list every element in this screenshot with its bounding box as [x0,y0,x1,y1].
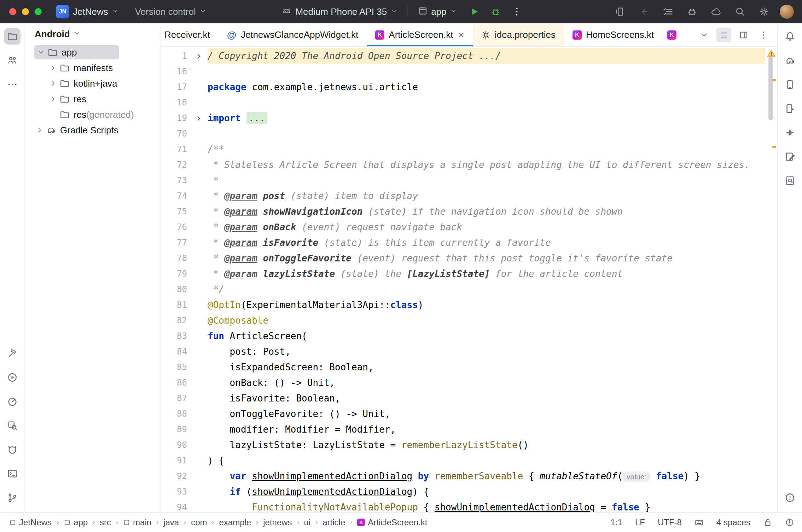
readonly-toggle-icon[interactable] [763,518,772,527]
code-line[interactable]: 87 isFavorite: Boolean, [161,391,765,406]
chevron-right-icon[interactable] [34,126,45,134]
settings-icon[interactable] [757,4,772,19]
code-line[interactable]: 80 */ [161,282,765,297]
editor[interactable]: 1›/ Copyright 2020 The Android Open Sour… [161,47,777,512]
chevron-right-icon[interactable] [47,95,59,103]
terminal-icon[interactable] [4,466,21,482]
breadcrumb-item-jetnews[interactable]: jetnews [263,517,292,527]
chevron-right-icon[interactable] [47,64,59,72]
tree-item-Gradle Scripts[interactable]: Gradle Scripts [25,122,161,138]
breadcrumb-item-ui[interactable]: ui [304,517,311,527]
zoom-window-button[interactable] [35,8,42,15]
debug-button[interactable] [488,4,503,19]
file-encoding[interactable]: UTF-8 [658,517,682,527]
code-line[interactable]: 17package com.example.jetnews.ui.article [161,79,765,95]
code-line[interactable]: 94 FunctionalityNotAvailablePopup { show… [161,499,765,512]
logcat-icon[interactable] [4,441,21,458]
problems-icon[interactable] [782,490,798,506]
todo-list-icon[interactable] [661,4,675,19]
project-menu[interactable]: JN JetNews [52,3,122,21]
running-devices-icon[interactable] [782,100,798,117]
close-window-button[interactable] [9,8,16,15]
avatar[interactable] [779,4,794,19]
code-line[interactable]: 81@OptIn(ExperimentalMaterial3Api::class… [161,297,765,313]
tree-item-manifests[interactable]: manifests [25,60,161,76]
breadcrumb-item-main[interactable]: main [123,517,151,527]
breadcrumb-item-JetNews[interactable]: JetNews [9,517,52,527]
scrollbar-thumb[interactable] [768,57,773,120]
gradle-icon[interactable] [782,52,798,69]
close-tab-icon[interactable]: × [458,30,464,40]
tab-JetnewsGlanceAppWidget.kt[interactable]: @JetnewsGlanceAppWidget.kt [219,23,367,46]
code-line[interactable]: 72 * Stateless Article Screen that displ… [161,157,765,173]
tab-idea.properties[interactable]: idea.properties [473,23,564,46]
code-line[interactable]: 88 onToggleFavorite: () -> Unit, [161,406,765,422]
app-inspection-icon[interactable] [4,417,21,434]
code-line[interactable]: 71/** [161,141,765,157]
tree-item-res[interactable]: res [25,91,161,107]
build-icon[interactable] [4,345,21,362]
notifications-icon[interactable] [782,28,798,45]
back-navigation-icon[interactable] [637,4,651,19]
line-separator[interactable]: LF [635,517,645,527]
code-line[interactable]: 16 [161,64,765,79]
analysis-mark[interactable] [772,146,776,148]
split-editor-icon[interactable] [736,28,751,42]
fold-marker-icon[interactable]: › [190,110,208,126]
code-line[interactable]: 18 [161,95,765,110]
indent-config[interactable]: 4 spaces [716,517,750,527]
error-stripe[interactable] [765,47,777,512]
tab-HomeScreens.kt[interactable]: KHomeScreens.kt [564,23,662,46]
code-line[interactable]: 85 isExpandedScreen: Boolean, [161,359,765,375]
breadcrumb-item-java[interactable]: java [163,517,179,527]
tree-item-kotlin+java[interactable]: kotlin+java [25,76,161,91]
run-tool-icon[interactable] [4,369,21,386]
device-streaming-icon[interactable] [612,4,627,19]
tab-ArticleScreen.kt[interactable]: KArticleScreen.kt× [367,23,473,46]
hidden-tabs-icon[interactable] [697,28,711,42]
find-icon[interactable] [782,173,798,189]
device-manager-icon[interactable] [782,76,798,93]
device-selector[interactable]: Medium Phone API 35 [278,4,401,20]
code-area[interactable]: 1›/ Copyright 2020 The Android Open Sour… [161,47,765,512]
pull-requests-icon[interactable] [4,52,21,69]
bug-report-icon[interactable] [685,4,699,19]
breadcrumb-item-ArticleScreen.kt[interactable]: KArticleScreen.kt [357,517,427,527]
code-line[interactable]: 83fun ArticleScreen( [161,328,765,344]
gemini-icon[interactable] [782,125,798,141]
code-line[interactable]: 84 post: Post, [161,344,765,359]
fold-marker-icon[interactable]: › [190,48,208,64]
chevron-right-icon[interactable] [47,80,59,87]
run-configuration-selector[interactable]: app [414,4,460,19]
project-view-selector[interactable]: Android [25,23,161,45]
version-control-icon[interactable] [4,490,21,506]
code-line[interactable]: 86 onBack: () -> Unit, [161,375,765,391]
breadcrumb-item-article[interactable]: article [322,517,345,527]
breadcrumb-item-src[interactable]: src [100,517,111,527]
tab-Receiver.kt[interactable]: Receiver.kt [161,23,219,46]
code-line[interactable]: 76 * @param onBack (event) request navig… [161,219,765,235]
code-line[interactable]: 82@Composable [161,313,765,328]
code-line[interactable]: 74 * @param post (state) item to display [161,188,765,204]
breadcrumb-item-app[interactable]: app [64,517,88,527]
more-run-actions-icon[interactable] [510,4,524,19]
breadcrumb-item-example[interactable]: example [219,517,251,527]
code-line[interactable]: 89 modifier: Modifier = Modifier, [161,422,765,437]
code-line[interactable]: 70 [161,126,765,141]
more-tool-windows-icon[interactable] [4,76,21,93]
code-line[interactable]: 90 lazyListState: LazyListState = rememb… [161,437,765,453]
code-line[interactable]: 19›import ... [161,110,765,126]
version-control-menu[interactable]: Version control [132,4,210,19]
run-button[interactable] [467,4,482,19]
chevron-down-icon[interactable] [35,48,47,56]
search-icon[interactable] [733,4,748,19]
analysis-mark[interactable] [772,79,776,81]
editor-options-icon[interactable] [756,28,771,42]
code-line[interactable]: 78 * @param onToggleFavorite (event) req… [161,250,765,266]
tree-item-app[interactable]: app [25,45,161,60]
code-line[interactable]: 91) { [161,453,765,468]
profiler-icon[interactable] [4,393,21,410]
app-quality-insights-icon[interactable] [782,149,798,165]
structure-view-icon[interactable] [716,28,731,42]
breadcrumb-item-com[interactable]: com [191,517,207,527]
